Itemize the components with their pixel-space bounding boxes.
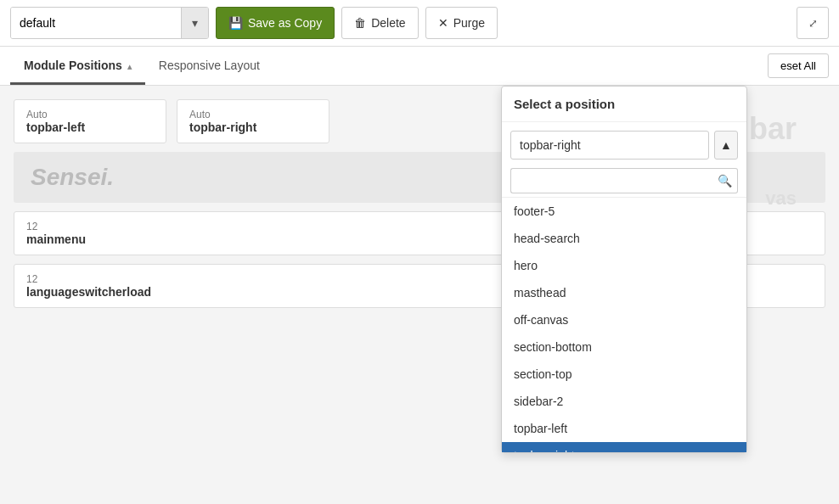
reset-all-button[interactable]: eset All (768, 53, 829, 78)
dropdown-title: Select a position (502, 87, 746, 122)
tab-chevron-icon: ▴ (127, 62, 132, 71)
main-content: Auto topbar-left Auto topbar-right Sense… (0, 86, 839, 493)
delete-label: Delete (371, 16, 405, 30)
reset-all-label: eset All (780, 59, 816, 72)
brand-text: Sensei. (31, 164, 114, 191)
save-copy-button[interactable]: 💾 Save as Copy (216, 7, 335, 39)
topbar-right-auto: Auto (189, 109, 317, 120)
topbar-decorative-label: bar (749, 111, 797, 147)
delete-icon: 🗑 (354, 16, 366, 30)
list-item[interactable]: head-search (502, 225, 746, 252)
position-search-input[interactable] (510, 168, 712, 193)
dropdown-current-value[interactable]: topbar-right (510, 131, 709, 160)
list-item[interactable]: masthead (502, 279, 746, 306)
canvas-decorative-label: vas (765, 188, 797, 210)
list-item[interactable]: sidebar-2 (502, 388, 746, 415)
topbar-right-box[interactable]: Auto topbar-right (177, 99, 329, 143)
dropdown-selected-text: topbar-right (520, 138, 581, 152)
list-item-selected[interactable]: topbar-right (502, 442, 746, 452)
list-item[interactable]: section-bottom (502, 333, 746, 361)
tabs-bar: Module Positions ▴ Responsive Layout ese… (0, 47, 839, 86)
list-item[interactable]: topbar-left (502, 415, 746, 442)
topbar-left-box[interactable]: Auto topbar-left (14, 99, 166, 143)
expand-button[interactable]: ⤢ (797, 7, 829, 39)
topbar-left-auto: Auto (26, 109, 154, 120)
selected-item-text: topbar-right (514, 449, 575, 452)
search-icon: 🔍 (718, 174, 732, 188)
position-dropdown-popup: Select a position topbar-right ▲ 🔍 foote… (501, 86, 747, 453)
toolbar: ▾ 💾 Save as Copy 🗑 Delete ✕ Purge ⤢ (0, 0, 839, 47)
purge-x-icon: ✕ (438, 16, 448, 30)
tab-responsive-layout-label: Responsive Layout (159, 59, 260, 72)
scroll-up-icon: ▲ (720, 138, 732, 152)
topbar-right-name: topbar-right (189, 120, 317, 134)
purge-label: Purge (453, 16, 485, 30)
dropdown-select-row: topbar-right ▲ (502, 122, 746, 165)
chevron-down-icon: ▾ (192, 16, 198, 30)
template-dropdown-arrow[interactable]: ▾ (181, 8, 208, 38)
topbar-left-name: topbar-left (26, 120, 154, 134)
delete-button[interactable]: 🗑 Delete (341, 7, 418, 39)
save-copy-label: Save as Copy (248, 16, 322, 30)
list-item[interactable]: footer-5 (502, 198, 746, 225)
save-disk-icon: 💾 (228, 16, 243, 30)
tab-module-positions-label: Module Positions (24, 59, 122, 72)
dropdown-scroll-up[interactable]: ▲ (714, 131, 738, 160)
search-row: 🔍 (502, 165, 746, 198)
search-button[interactable]: 🔍 (712, 168, 738, 193)
template-input[interactable] (11, 8, 181, 38)
list-item[interactable]: hero (502, 252, 746, 279)
purge-button[interactable]: ✕ Purge (425, 7, 498, 39)
tab-responsive-layout[interactable]: Responsive Layout (145, 47, 273, 85)
tab-module-positions[interactable]: Module Positions ▴ (10, 47, 145, 85)
template-selector[interactable]: ▾ (10, 7, 209, 39)
dropdown-list: footer-5 head-search hero masthead off-c… (502, 198, 746, 452)
list-item[interactable]: section-top (502, 361, 746, 388)
expand-icon: ⤢ (808, 17, 818, 30)
list-item[interactable]: off-canvas (502, 306, 746, 333)
